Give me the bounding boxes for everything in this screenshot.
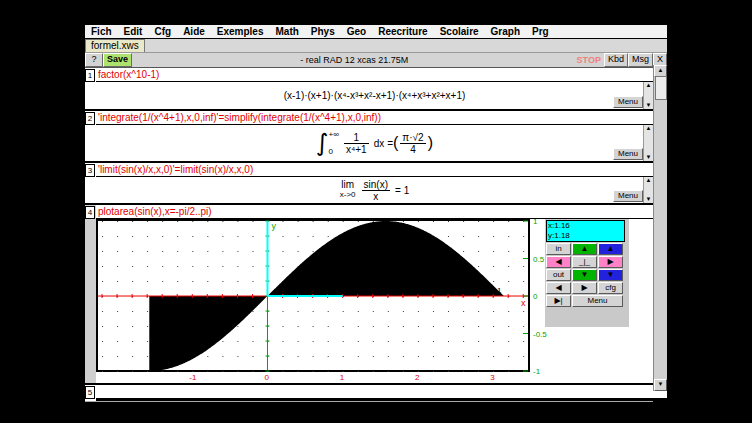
menu-item-geo[interactable]: Geo <box>341 26 372 37</box>
rotate-up-button[interactable]: ▲ <box>598 243 623 255</box>
stop-button[interactable]: STOP <box>577 55 601 65</box>
rotate-down-button[interactable]: ▼ <box>598 269 623 281</box>
scroll-up-icon[interactable]: ▲ <box>644 125 653 132</box>
row-number-2[interactable]: 2 <box>85 112 95 125</box>
menu-item-scolaire[interactable]: Scolaire <box>434 26 485 37</box>
command-input-3[interactable]: 'limit(sin(x)/x,x,0)'=limit(sin(x)/x,x,0… <box>96 163 653 177</box>
x-tick-label: 2 <box>415 373 419 382</box>
y-tick-label: 1 <box>533 217 537 226</box>
graph-menu-button[interactable]: Menu <box>572 295 623 307</box>
cursor-y: y:1.18 <box>548 231 624 241</box>
scrollbar-thumb[interactable] <box>655 76 667 100</box>
menu-item-reecriture[interactable]: Reecriture <box>372 26 433 37</box>
row-number-5[interactable]: 5 <box>85 386 95 399</box>
row3-menu-button[interactable]: Menu <box>613 190 643 202</box>
scroll-down-icon[interactable]: ▼ <box>644 154 653 161</box>
x-tick-label: 0 <box>264 373 268 382</box>
limit-result: = 1 <box>395 185 409 196</box>
command-input-1[interactable]: factor(x^10-1) <box>96 68 653 82</box>
y-tick-label: 0.5 <box>533 255 544 264</box>
zoom-out-button[interactable]: out <box>546 269 571 281</box>
graph-control-panel: x:1.16 y:1.18 in ▲ ▲ ◀ _|_ ▶ out ▼ <box>545 219 629 327</box>
x-axis-name: x <box>521 298 526 308</box>
cursor-coordinates: x:1.16 y:1.18 <box>546 220 625 242</box>
plot-zone: yx1 10.50-0.5-1 -10123 x:1.16 y:1.18 in … <box>96 219 653 383</box>
menu-item-fich[interactable]: Fich <box>85 26 118 37</box>
worksheet-row-1: 1 factor(x^10-1) (x-1)·(x+1)·(x⁴-x³+x²-x… <box>85 68 653 111</box>
pan-left-fast-button[interactable]: ◀ <box>546 256 571 268</box>
scroll-up-icon[interactable]: ▲ <box>644 82 653 89</box>
x-tick-label: 3 <box>490 373 494 382</box>
save-button[interactable]: Save <box>103 53 132 67</box>
menu-item-math[interactable]: Math <box>270 26 305 37</box>
cursor-x: x:1.16 <box>548 221 624 231</box>
y-tick-label: 0 <box>533 292 537 301</box>
pan-left-button[interactable]: ◀ <box>546 282 571 294</box>
scroll-up-icon[interactable]: ▲ <box>644 177 653 184</box>
command-input-5[interactable] <box>96 385 653 401</box>
limit-fraction: sin(x) x <box>362 179 390 202</box>
main-scrollbar[interactable]: ▲ ▼ <box>653 65 667 391</box>
menu-item-exemples[interactable]: Exemples <box>211 26 270 37</box>
status-text[interactable]: - real RAD 12 xcas 21.75M <box>132 55 577 65</box>
integrand-fraction: 1 x⁴+1 <box>344 132 369 155</box>
tab-formel-xws[interactable]: formel.xws <box>85 39 145 52</box>
worksheet-row-5: 5 <box>85 385 653 402</box>
x-tick-label: 1 <box>340 373 344 382</box>
pan-right-fast-button[interactable]: ▶ <box>598 256 623 268</box>
integral-expression: ∫ +∞ 0 1 x⁴+1 dx = ( π·√2 <box>316 130 433 156</box>
integral-lower-bound: 0 <box>329 147 339 156</box>
left-paren: ( <box>393 135 398 151</box>
kbd-button[interactable]: Kbd <box>604 53 628 67</box>
scroll-down-icon[interactable]: ▼ <box>644 102 653 109</box>
y-tick-label: -1 <box>533 367 540 376</box>
integral-sign: ∫ <box>316 132 329 154</box>
row-number-1[interactable]: 1 <box>85 69 95 82</box>
jump-end-button[interactable]: ▶| <box>546 295 571 307</box>
help-button[interactable]: ? <box>85 53 103 67</box>
menu-item-phys[interactable]: Phys <box>305 26 341 37</box>
command-input-2[interactable]: 'integrate(1/(x^4+1),x,0,inf)'=simplify(… <box>96 111 653 125</box>
zoom-in-button[interactable]: in <box>546 243 571 255</box>
scrollbar-down-icon[interactable]: ▼ <box>654 379 667 391</box>
pan-right-button[interactable]: ▶ <box>572 282 597 294</box>
msg-button[interactable]: Msg <box>628 53 653 67</box>
row-number-4[interactable]: 4 <box>85 206 95 219</box>
pan-down-button[interactable]: ▼ <box>572 269 597 281</box>
curve-label: 1 <box>497 286 502 295</box>
row1-menu-button[interactable]: Menu <box>613 96 643 108</box>
scroll-down-icon[interactable]: ▼ <box>644 196 653 203</box>
menu-item-cfg[interactable]: Cfg <box>148 26 177 37</box>
row2-scrollbar[interactable]: ▲ ▼ <box>643 125 653 161</box>
menu-item-prg[interactable]: Prg <box>526 26 555 37</box>
right-paren: ) <box>428 135 433 151</box>
pan-up-button[interactable]: ▲ <box>572 243 597 255</box>
cfg-button[interactable]: cfg <box>598 282 623 294</box>
menu-item-aide[interactable]: Aide <box>177 26 211 37</box>
tab-bar: formel.xws <box>85 39 667 53</box>
output-expression-1: (x-1)·(x+1)·(x⁴-x³+x²-x+1)·(x⁴+x³+x²+x+1… <box>284 90 466 101</box>
row1-scrollbar[interactable]: ▲ ▼ <box>643 82 653 109</box>
y-tick-label: -0.5 <box>533 330 547 339</box>
limit-subscript: x->0 <box>340 190 356 200</box>
row2-menu-button[interactable]: Menu <box>613 148 643 160</box>
limit-operator: lim x->0 <box>340 180 356 200</box>
worksheet-row-2: 2 'integrate(1/(x^4+1),x,0,inf)'=simplif… <box>85 111 653 163</box>
result-fraction: π·√2 4 <box>400 132 425 155</box>
integral-upper-bound: +∞ <box>329 130 339 139</box>
menu-bar: FichEditCfgAideExemplesMathPhysGeoReecri… <box>85 25 667 39</box>
worksheet-row-3: 3 'limit(sin(x)/x,x,0)'=limit(sin(x)/x,x… <box>85 163 653 205</box>
worksheet: 1 factor(x^10-1) (x-1)·(x+1)·(x⁴-x³+x²-x… <box>85 68 653 402</box>
row-number-3[interactable]: 3 <box>85 164 95 177</box>
menu-item-graph[interactable]: Graph <box>485 26 526 37</box>
row3-scrollbar[interactable]: ▲ ▼ <box>643 177 653 203</box>
xcas-window: FichEditCfgAideExemplesMathPhysGeoReecri… <box>85 25 667 398</box>
command-input-4[interactable]: plotarea(sin(x),x=-pi/2..pi) <box>96 205 653 219</box>
status-bar: ? Save - real RAD 12 xcas 21.75M STOP Kb… <box>85 53 667 68</box>
x-tick-label: -1 <box>189 373 196 382</box>
orthonormal-button[interactable]: _|_ <box>572 256 597 268</box>
y-axis-name: y <box>271 221 276 231</box>
dx-symbol: dx <box>374 138 385 149</box>
menu-item-edit[interactable]: Edit <box>118 26 149 37</box>
plot-canvas[interactable]: yx1 <box>96 219 530 372</box>
